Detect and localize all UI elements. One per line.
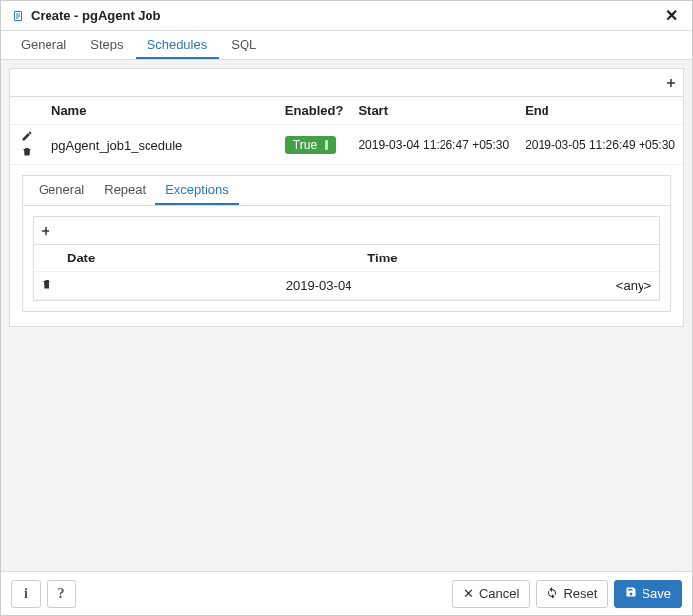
dialog: Create - pgAgent Job ✕ General Steps Sch… [0,0,693,616]
close-icon: ✕ [463,586,474,601]
save-button[interactable]: Save [614,580,682,608]
tab-sql[interactable]: SQL [219,31,268,59]
cancel-button[interactable]: ✕ Cancel [452,580,530,608]
main-tabs: General Steps Schedules SQL [1,31,692,60]
schedule-sub-panel: General Repeat Exceptions [22,175,671,312]
cell-name[interactable]: pgAgent_job1_scedule [44,125,277,165]
content-area: Name Enabled? Start End [1,60,692,571]
cell-start[interactable]: 2019-03-04 11:26:47 +05:30 [350,125,517,165]
cancel-label: Cancel [479,586,519,601]
sub-tab-repeat[interactable]: Repeat [94,176,155,205]
tab-general[interactable]: General [9,31,78,59]
info-button[interactable]: i [11,580,41,608]
sub-tab-exceptions[interactable]: Exceptions [155,176,239,205]
trash-icon[interactable] [41,278,52,293]
title-bar: Create - pgAgent Job ✕ [1,1,692,31]
close-icon[interactable]: ✕ [661,6,682,25]
col-actions [10,97,44,125]
col-name: Name [44,97,277,125]
exceptions-toolbar [34,217,659,245]
schedules-table: Name Enabled? Start End [10,97,683,165]
document-icon [11,9,25,23]
add-schedule-button[interactable] [659,70,683,96]
schedules-panel: Name Enabled? Start End [9,68,684,327]
table-row: pgAgent_job1_scedule True 2019-03-04 11:… [10,125,683,165]
exc-cell-time[interactable]: <any> [359,272,659,300]
trash-icon[interactable] [20,145,34,158]
exc-col-time: Time [359,245,659,272]
edit-icon[interactable] [20,129,34,143]
recycle-icon [546,586,558,601]
exc-col-date: Date [59,245,359,272]
enabled-badge[interactable]: True [285,136,336,154]
reset-button[interactable]: Reset [536,580,608,608]
schedules-toolbar [10,69,683,97]
tab-steps[interactable]: Steps [78,31,135,59]
exc-cell-date[interactable]: 2019-03-04 [59,272,359,300]
sub-tabs: General Repeat Exceptions [23,176,670,206]
col-enabled: Enabled? [277,97,351,125]
cell-end[interactable]: 2019-03-05 11:26:49 +05:30 [517,125,683,165]
save-label: Save [642,586,671,601]
col-end: End [517,97,683,125]
schedule-detail: General Repeat Exceptions [10,165,683,326]
add-exception-button[interactable] [34,218,57,244]
save-icon [625,586,637,601]
exceptions-panel: Date Time [33,216,660,301]
dialog-title: Create - pgAgent Job [31,8,661,23]
col-start: Start [350,97,517,125]
table-row: 2019-03-04 <any> [34,272,659,300]
help-button[interactable]: ? [47,580,76,608]
reset-label: Reset [563,586,597,601]
footer: i ? ✕ Cancel Reset Save [1,571,692,615]
tab-schedules[interactable]: Schedules [136,31,220,59]
sub-tab-general[interactable]: General [29,176,94,205]
cell-enabled[interactable]: True [277,125,351,165]
exc-col-actions [34,245,59,272]
sub-body: Date Time [23,206,670,311]
exceptions-table: Date Time [34,245,659,300]
